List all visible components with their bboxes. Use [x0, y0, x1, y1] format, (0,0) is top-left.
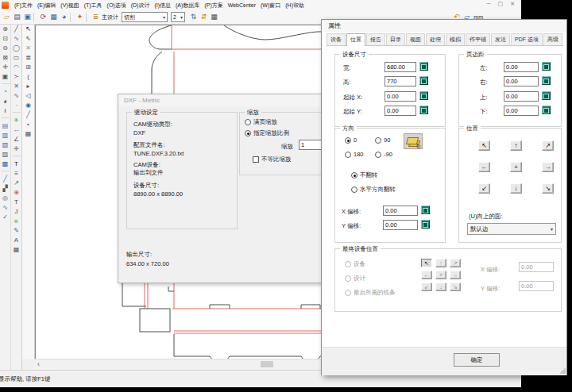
- anchor-top-button[interactable]: ↑: [510, 140, 522, 151]
- fill-tool-icon[interactable]: ■: [12, 217, 21, 226]
- tab-directories[interactable]: 目录: [386, 33, 405, 45]
- print-icon[interactable]: ▤: [12, 12, 22, 22]
- screen-output-icon[interactable]: ▦: [48, 12, 59, 22]
- sphere-view-icon[interactable]: ◕: [59, 12, 69, 22]
- count-select[interactable]: 2▾: [171, 12, 185, 22]
- anchor-center-button[interactable]: +: [510, 162, 522, 172]
- rect-tool-icon[interactable]: ▭: [12, 53, 21, 63]
- zoom-window-icon[interactable]: ⊡: [1, 34, 10, 44]
- width-link-button[interactable]: [419, 62, 428, 71]
- wave-tool-icon[interactable]: ∿: [12, 91, 21, 101]
- grid-snap-icon[interactable]: ▦: [209, 12, 219, 22]
- angle-0-radio[interactable]: 0: [345, 136, 357, 144]
- menu-file[interactable]: (F)文件: [12, 2, 35, 10]
- angle-tool-icon[interactable]: ∠: [12, 135, 21, 144]
- tab-simulation[interactable]: 模拟: [446, 33, 465, 45]
- final-anchor-center-button[interactable]: +: [435, 271, 446, 279]
- node-dot-icon[interactable]: •: [24, 120, 33, 129]
- save-icon[interactable]: ▣: [22, 12, 33, 22]
- final-anchor-bottom-button[interactable]: ↓: [435, 282, 446, 291]
- delete-icon[interactable]: ✕: [24, 44, 33, 53]
- angle-180-radio[interactable]: 180: [345, 151, 364, 158]
- anchor-bottom-right-button[interactable]: ↘: [542, 183, 554, 194]
- arrow-tool-icon[interactable]: ↗: [12, 179, 21, 188]
- layer-select[interactable]: 切割▾: [122, 12, 168, 22]
- tab-send[interactable]: 发送: [491, 33, 510, 45]
- menu-webcenter[interactable]: WebCenter: [226, 2, 258, 8]
- start-y-input[interactable]: [385, 106, 416, 116]
- menu-options[interactable]: (O)选项: [105, 2, 129, 10]
- output-plot-icon[interactable]: ▧: [1, 140, 10, 150]
- zoom-fit-icon[interactable]: ⊠: [1, 53, 10, 63]
- dir-x-offset-input[interactable]: [383, 206, 418, 216]
- pencil-clip-icon[interactable]: ✎: [12, 226, 21, 236]
- anchor-left-button[interactable]: ←: [478, 162, 490, 172]
- final-anchor-right-button[interactable]: →: [450, 271, 461, 279]
- layer-order-icon[interactable]: ⇵: [199, 12, 209, 22]
- segment-tool-icon[interactable]: ∙: [12, 101, 21, 110]
- tri-left-icon[interactable]: ◁: [24, 91, 33, 101]
- final-anchor-top-left-button[interactable]: ↖: [421, 259, 432, 267]
- barcode-tool-icon[interactable]: ▦: [12, 245, 21, 255]
- scrollbar-thumb[interactable]: [261, 361, 273, 367]
- menu-window[interactable]: (W)窗口: [258, 2, 283, 10]
- wheel-tool-icon[interactable]: ⊕: [12, 188, 21, 198]
- resize-grip[interactable]: [559, 367, 566, 374]
- layers-stack-icon[interactable]: ≣: [24, 53, 33, 63]
- orbit-view-icon[interactable]: ◕: [1, 97, 10, 106]
- menu-view[interactable]: (V)视图: [58, 2, 81, 10]
- refresh-rebuild-icon[interactable]: ⟳: [38, 12, 48, 22]
- flag-mark-icon[interactable]: ▸: [24, 82, 33, 91]
- menu-help[interactable]: (H)帮助: [283, 2, 307, 10]
- main-design-doc-icon[interactable]: ≣: [91, 12, 101, 22]
- properties-dialog-title[interactable]: 属性: [322, 20, 566, 32]
- minimize-icon[interactable]: ─: [487, 1, 491, 7]
- line-tool-icon[interactable]: ╱: [12, 25, 21, 34]
- curve-tool-icon[interactable]: ∿: [12, 34, 21, 44]
- tab-advanced[interactable]: 高级: [543, 33, 562, 45]
- start-x-link-button[interactable]: [419, 91, 428, 100]
- dxf-dialog-title[interactable]: DXF - Metric: [118, 94, 333, 106]
- margin-right-link-button[interactable]: [542, 76, 551, 85]
- info-icon[interactable]: i: [1, 106, 10, 116]
- tab-device[interactable]: 设备: [327, 33, 346, 45]
- anchor-top-right-button[interactable]: ↗: [542, 140, 554, 151]
- no-flip-radio[interactable]: 不翻转: [351, 171, 378, 179]
- paragraph-tool-icon[interactable]: ≡: [12, 169, 21, 179]
- select-group-icon[interactable]: ⇖: [24, 34, 33, 44]
- open-folder-icon[interactable]: ▱: [2, 12, 12, 22]
- final-anchor-top-button[interactable]: ↑: [435, 259, 446, 267]
- margin-bottom-link-button[interactable]: [542, 106, 551, 114]
- start-y-link-button[interactable]: [419, 106, 428, 114]
- margin-top-link-button[interactable]: [542, 91, 551, 100]
- grid-cells-icon[interactable]: ▦: [24, 129, 33, 139]
- zoom-in-icon[interactable]: ⊕: [1, 25, 10, 34]
- tab-reports[interactable]: 报告: [366, 33, 385, 45]
- node-edit-icon[interactable]: ✳: [12, 116, 21, 125]
- line-blue-icon[interactable]: ╱: [24, 110, 33, 120]
- margin-left-link-button[interactable]: [542, 62, 551, 71]
- scroll-left-icon[interactable]: ‹: [37, 359, 40, 369]
- close-icon[interactable]: ✕: [510, 1, 515, 7]
- tab-tiling[interactable]: 作平铺: [466, 33, 490, 45]
- layer-up-down-icon[interactable]: ⇅: [188, 12, 199, 22]
- final-anchor-bottom-right-button[interactable]: ↘: [450, 282, 461, 291]
- register-target-icon[interactable]: ◎: [1, 194, 10, 203]
- polyline-tool-icon[interactable]: ≻: [12, 72, 21, 82]
- side-up-select[interactable]: 默认边▾: [467, 223, 556, 235]
- output-screen-icon[interactable]: ▨: [1, 150, 10, 159]
- menu-edit[interactable]: (E)编辑: [35, 2, 58, 10]
- strip-line-icon[interactable]: ╱: [1, 175, 10, 184]
- final-last-line-radio[interactable]: 最后所画的线条: [345, 289, 396, 297]
- dimension-tool-icon[interactable]: ↔: [12, 125, 21, 135]
- anchor-bottom-left-button[interactable]: ↙: [478, 183, 490, 194]
- start-x-input[interactable]: [385, 91, 416, 102]
- anchor-top-left-button[interactable]: ↖: [478, 140, 490, 151]
- menu-design[interactable]: (D)设计: [129, 2, 153, 10]
- non-uniform-checkbox[interactable]: 不等比缩放: [253, 156, 292, 163]
- ok-button[interactable]: 确定: [454, 353, 500, 367]
- copy-plus-icon[interactable]: ⊞: [24, 63, 33, 72]
- margin-bottom-input[interactable]: [504, 106, 539, 116]
- menu-database[interactable]: (A)数据库: [173, 2, 202, 10]
- rotate-view-icon[interactable]: ◔: [1, 87, 10, 97]
